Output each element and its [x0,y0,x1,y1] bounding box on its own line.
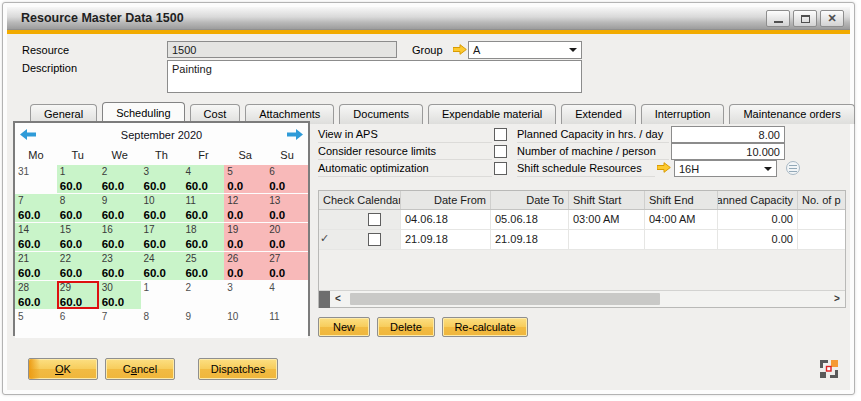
calendar-day-cell[interactable]: 11 60.0 [182,194,224,222]
calendar-day-cell[interactable]: 10 [224,310,266,338]
prev-month-icon[interactable] [20,129,36,142]
relationship-map-icon[interactable] [819,359,839,379]
shift-end-cell[interactable] [645,230,718,249]
calendar-day-cell[interactable]: 30 60.0 [99,281,141,309]
calendar-day-cell[interactable]: 3 60.0 [141,165,183,193]
calendar-day-cell[interactable]: 21 60.0 [15,252,57,280]
tab-interruption[interactable]: Interruption [641,104,725,124]
table-row[interactable]: 21.09.18 21.09.18 0.00 [319,230,845,250]
calendar-day-cell[interactable]: 17 60.0 [141,223,183,251]
calendar-day-cell[interactable]: 1 60.0 [57,165,99,193]
recalculate-button[interactable]: Re-calculate [442,317,528,337]
col-planned-capacity[interactable]: Planned Capacity [718,191,798,209]
planned-capacity-cell[interactable]: 0.00 [718,230,798,249]
view-in-aps-checkbox[interactable] [494,128,507,141]
date-to-cell[interactable]: 05.06.18 [491,210,569,229]
tab-expendable-material[interactable]: Expendable material [428,104,556,124]
title-bar[interactable]: Resource Master Data 1500 ✕ [7,7,850,30]
check-calendar-checkbox[interactable] [368,213,381,226]
calendar-day-cell[interactable]: 23 60.0 [99,252,141,280]
link-arrow-icon[interactable] [453,44,467,57]
maximize-button[interactable] [793,10,817,27]
calendar-day-cell[interactable]: 4 60.0 [182,165,224,193]
table-row[interactable]: 04.06.18 05.06.18 03:00 AM 04:00 AM 0.00 [319,210,845,230]
calendar-day-cell[interactable]: 6 [57,310,99,338]
calendar-day-cell[interactable]: 28 60.0 [15,281,57,309]
calendar-day-cell[interactable]: 16 60.0 [99,223,141,251]
scrollbar-track[interactable] [346,291,829,308]
calendar-day-cell[interactable]: 14 60.0 [15,223,57,251]
no-of-p-cell[interactable] [798,230,845,249]
cancel-button[interactable]: Cancel [105,358,175,380]
delete-button[interactable]: Delete [377,317,435,337]
calendar-day-cell[interactable]: 15 60.0 [57,223,99,251]
calendar-day-cell[interactable]: 5 [15,310,57,338]
scroll-left-icon[interactable]: < [330,291,346,307]
calendar-day-cell[interactable]: 25 60.0 [182,252,224,280]
scrollbar-thumb[interactable] [350,293,660,305]
no-of-p-cell[interactable] [798,210,845,229]
ok-button[interactable]: OK [28,358,98,380]
calendar-day-cell[interactable]: 8 [141,310,183,338]
shift-start-cell[interactable] [569,230,645,249]
link-arrow-icon[interactable] [657,162,671,175]
calendar-day-cell[interactable]: 3 [224,281,266,309]
consider-limits-checkbox[interactable] [494,145,507,158]
calendar-day-cell[interactable]: 18 60.0 [182,223,224,251]
calendar-day-cell[interactable]: 11 [266,310,308,338]
calendar-day-cell[interactable]: 24 60.0 [141,252,183,280]
calendar-day-cell[interactable]: 26 0.0 [224,252,266,280]
machines-input[interactable]: 10.000 [671,143,785,160]
calendar-day-cell[interactable]: 1 [141,281,183,309]
calendar-day-cell[interactable]: 20 0.0 [266,223,308,251]
calendar-day-cell[interactable]: 22 60.0 [57,252,99,280]
calendar-day-cell[interactable]: 7 60.0 [15,194,57,222]
close-button[interactable]: ✕ [820,10,844,27]
col-no-of-p[interactable]: No. of p [798,191,845,209]
date-from-cell[interactable]: 04.06.18 [401,210,491,229]
scroll-right-icon[interactable]: > [829,291,845,307]
calendar-day-cell[interactable]: 4 [266,281,308,309]
check-calendar-checkbox[interactable] [368,233,381,246]
resource-input[interactable]: 1500 [167,41,397,58]
calendar-day-cell[interactable]: 19 0.0 [224,223,266,251]
calendar-day-cell[interactable]: 27 0.0 [266,252,308,280]
calendar-day-cell[interactable]: 5 0.0 [224,165,266,193]
shift-end-cell[interactable]: 04:00 AM [645,210,718,229]
tab-extended[interactable]: Extended [561,104,635,124]
calendar-day-cell[interactable]: 13 0.0 [266,194,308,222]
col-shift-start[interactable]: Shift Start [569,191,645,209]
minimize-button[interactable] [766,10,790,27]
next-month-icon[interactable] [287,129,303,142]
shift-schedule-select[interactable]: 16H [674,160,777,177]
tab-maintenance-orders[interactable]: Maintenance orders [729,104,854,124]
date-to-cell[interactable]: 21.09.18 [491,230,569,249]
calendar-day-cell[interactable]: 8 60.0 [57,194,99,222]
col-shift-end[interactable]: Shift End [645,191,718,209]
new-button[interactable]: New [318,317,370,337]
horizontal-scrollbar[interactable]: < > [319,290,845,307]
col-date-from[interactable]: Date From [401,191,491,209]
calendar-day-cell[interactable]: 6 0.0 [266,165,308,193]
calendar-day-cell[interactable]: 10 60.0 [141,194,183,222]
planned-capacity-input[interactable]: 8.00 [671,126,785,143]
description-input[interactable]: Painting [167,60,582,93]
tab-documents[interactable]: Documents [339,104,423,124]
calendar-day-cell[interactable]: 2 60.0 [99,165,141,193]
calendar-day-cell[interactable]: 2 [182,281,224,309]
column-freeze-handle[interactable] [319,291,330,308]
calendar-day-cell[interactable]: 29 60.0 [57,281,99,309]
dispatches-button[interactable]: Dispatches [198,358,278,380]
auto-optimization-checkbox[interactable] [494,162,507,175]
col-check-calendar[interactable]: Check Calendar [319,191,401,209]
date-from-cell[interactable]: 21.09.18 [401,230,491,249]
planned-capacity-cell[interactable]: 0.00 [718,210,798,229]
calendar-day-cell[interactable]: 7 [99,310,141,338]
calendar-day-cell[interactable]: 9 60.0 [99,194,141,222]
list-circle-icon[interactable] [786,161,800,175]
col-date-to[interactable]: Date To [491,191,569,209]
calendar-day-cell[interactable]: 12 0.0 [224,194,266,222]
calendar-day-cell[interactable]: 9 [182,310,224,338]
group-select[interactable]: A [468,41,582,59]
shift-start-cell[interactable]: 03:00 AM [569,210,645,229]
